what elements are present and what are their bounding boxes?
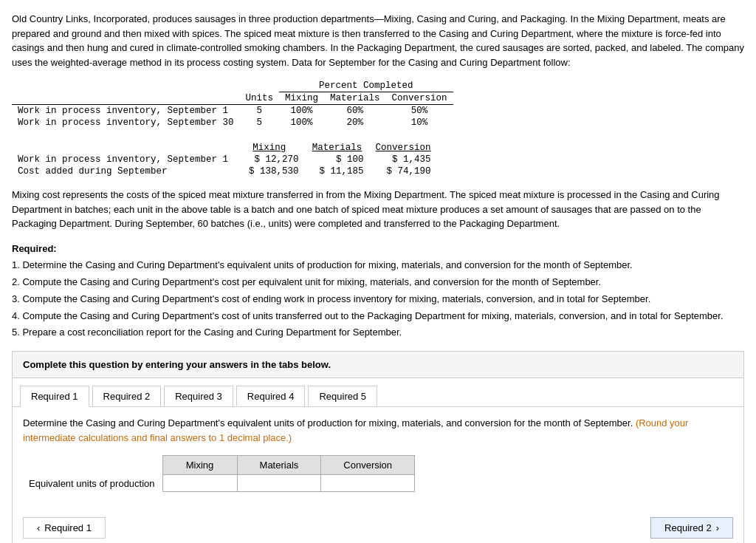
table-row: Cost added during September $ 138,530 $ … — [12, 165, 437, 177]
mixing-cost-paragraph: Mixing cost represents the costs of the … — [12, 188, 744, 231]
row2-conversion: 10% — [386, 117, 453, 129]
col-materials: Materials — [324, 92, 386, 105]
row1-conversion: 50% — [386, 105, 453, 117]
answer-col-mixing: Mixing — [162, 456, 237, 475]
mixing-input-cell[interactable] — [162, 475, 237, 492]
table-row: Work in process inventory, September 1 $… — [12, 154, 437, 165]
required-item-2: 2. Compute the Casing and Curing Departm… — [12, 275, 744, 290]
tab-required-5[interactable]: Required 5 — [308, 386, 377, 406]
tabs-bar: Required 1 Required 2 Required 3 Require… — [13, 378, 743, 407]
row1-units: 5 — [240, 105, 280, 117]
col-mixing: Mixing — [279, 92, 324, 105]
tabs-container: Complete this question by entering your … — [12, 351, 744, 543]
cost-row2-mixing: $ 138,530 — [234, 165, 305, 177]
percent-completed-header: Percent Completed — [279, 80, 453, 92]
next-chevron-icon: › — [716, 522, 719, 533]
answer-col-conversion: Conversion — [321, 456, 415, 475]
required-item-3: 3. Compute the Casing and Curing Departm… — [12, 292, 744, 307]
tab-required-1[interactable]: Required 1 — [20, 386, 89, 407]
costs-table: Mixing Materials Conversion Work in proc… — [12, 142, 437, 177]
cost-row2-label: Cost added during September — [12, 165, 234, 177]
required-section: Required: 1. Determine the Casing and Cu… — [12, 242, 744, 341]
row2-materials: 20% — [324, 117, 386, 129]
col-units: Units — [240, 92, 280, 105]
row1-materials: 60% — [324, 105, 386, 117]
next-button[interactable]: Required 2 › — [650, 517, 733, 539]
tab-required-3[interactable]: Required 3 — [164, 386, 233, 406]
tabs-instruction: Complete this question by entering your … — [13, 352, 743, 378]
row2-units: 5 — [240, 117, 280, 129]
percent-completed-table: Percent Completed Units Mixing Materials… — [12, 80, 453, 129]
mixing-input[interactable] — [163, 477, 237, 491]
required-item-4: 4. Compute the Casing and Curing Departm… — [12, 309, 744, 324]
answer-row-label: Equivalent units of production — [23, 475, 162, 492]
materials-input[interactable] — [238, 477, 312, 491]
tab-required-4[interactable]: Required 4 — [236, 386, 306, 406]
tab1-content: Determine the Casing and Curing Departme… — [13, 407, 743, 511]
prev-chevron-icon: ‹ — [37, 522, 40, 533]
table-row: Work in process inventory, September 1 5… — [12, 105, 453, 117]
required-item-1: 1. Determine the Casing and Curing Depar… — [12, 258, 744, 273]
cost-col-conversion: Conversion — [370, 142, 437, 154]
intro-paragraph: Old Country Links, Incorporated, produce… — [12, 12, 744, 69]
tab1-description: Determine the Casing and Curing Departme… — [23, 416, 733, 445]
cost-row1-conversion: $ 1,435 — [370, 154, 437, 165]
answer-col-materials: Materials — [237, 456, 321, 475]
conversion-input[interactable] — [321, 477, 395, 491]
row1-mixing: 100% — [279, 105, 324, 117]
materials-input-cell[interactable] — [237, 475, 321, 492]
cost-col-mixing: Mixing — [234, 142, 305, 154]
col-conversion: Conversion — [386, 92, 453, 105]
nav-buttons: ‹ Required 1 Required 2 › — [13, 511, 743, 543]
cost-row1-label: Work in process inventory, September 1 — [12, 154, 234, 165]
cost-row1-materials: $ 100 — [305, 154, 370, 165]
required-item-5: 5. Prepare a cost reconciliation report … — [12, 325, 744, 341]
row2-label: Work in process inventory, September 30 — [12, 117, 240, 129]
tab-required-2[interactable]: Required 2 — [92, 386, 162, 406]
row1-label: Work in process inventory, September 1 — [12, 105, 240, 117]
answer-row: Equivalent units of production — [23, 475, 415, 492]
answer-table: Mixing Materials Conversion Equivalent u… — [23, 455, 415, 492]
row2-mixing: 100% — [279, 117, 324, 129]
cost-row2-conversion: $ 74,190 — [370, 165, 437, 177]
table-row: Work in process inventory, September 30 … — [12, 117, 453, 129]
cost-row2-materials: $ 11,185 — [305, 165, 370, 177]
cost-row1-mixing: $ 12,270 — [234, 154, 305, 165]
table1-section: Percent Completed Units Mixing Materials… — [12, 80, 744, 129]
prev-button[interactable]: ‹ Required 1 — [23, 517, 106, 539]
required-label: Required: — [12, 243, 57, 254]
cost-col-materials: Materials — [305, 142, 370, 154]
conversion-input-cell[interactable] — [321, 475, 415, 492]
table2-section: Mixing Materials Conversion Work in proc… — [12, 142, 744, 177]
